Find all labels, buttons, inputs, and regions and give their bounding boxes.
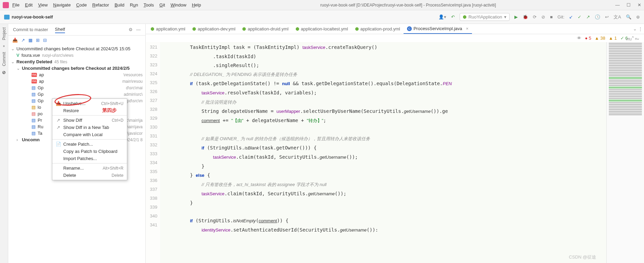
vue-icon: V: [16, 53, 19, 58]
menu-help[interactable]: Help: [192, 2, 201, 8]
search-anywhere-button[interactable]: 🔍: [626, 14, 631, 19]
cm-delete[interactable]: DeleteDelete: [52, 172, 127, 179]
warnings-count[interactable]: ▲ 38: [595, 36, 605, 41]
tab-application-druid[interactable]: ⬢application-druid.yml: [239, 24, 292, 34]
project-name-label: ruoyi-vue-book-self: [12, 14, 53, 19]
watermark: CSDN @征途: [569, 254, 596, 260]
project-tool-button[interactable]: Project: [2, 27, 6, 40]
tree-file[interactable]: YMLap\resources: [8, 71, 145, 78]
commit-panel: Commit to master Shelf ⚙ — 📥 ↗ ▦ ⊞ ⊟ ⌄Un…: [8, 24, 146, 263]
window-title: ruoyi-vue-book-self [D:\IDEAProject\ruoy…: [201, 3, 615, 8]
memory-indicator[interactable]: m₂×: [627, 36, 637, 41]
tree-file[interactable]: ▧Gpd\src\mai: [8, 84, 145, 91]
menu-code[interactable]: Code: [76, 2, 87, 8]
tree-file[interactable]: ▧Gpadmin\src\: [8, 91, 145, 97]
translate-icon[interactable]: 文A: [614, 14, 621, 20]
unshelve-icon: 📥: [56, 101, 61, 106]
project-tool-icon[interactable]: ▫: [3, 43, 5, 49]
profile-button[interactable]: ⊘: [541, 14, 545, 19]
menu-navigate[interactable]: Navigate: [53, 2, 70, 8]
java-icon: ▧: [31, 124, 36, 129]
js-icon: ▧: [31, 105, 36, 110]
menu-view[interactable]: View: [38, 2, 48, 8]
cm-create-patch[interactable]: 📄Create Patch...: [52, 141, 127, 148]
code-editor[interactable]: TaskEntityImpl task = (TaskEntityImpl) t…: [160, 42, 606, 263]
tab-processserviceimpl[interactable]: CProcessServiceImpl.java×: [404, 24, 472, 34]
code-minimap[interactable]: [606, 42, 644, 263]
weak-warnings-count[interactable]: ▲ 1: [609, 36, 617, 41]
commit-tool-icon[interactable]: ⊘: [2, 70, 6, 75]
tab-application-localtest[interactable]: ⬢application-localtest.yml: [292, 24, 352, 34]
tree-file-foura[interactable]: Vfoura.vue ruoyi-ui\src\views: [8, 52, 145, 58]
tab-application-prod[interactable]: ⬢application-prod.yml: [352, 24, 404, 34]
cm-unshelve[interactable]: 📥Unshelve...Ctrl+Shift+U: [52, 100, 127, 107]
cm-show-diff-tab[interactable]: ↗Show Diff in a New Tab: [52, 124, 127, 131]
stop-button[interactable]: ■: [550, 14, 553, 19]
commit-tool-button[interactable]: Commit: [2, 52, 6, 66]
title-bar: File Edit View Navigate Code Refactor Bu…: [0, 0, 644, 10]
editor-tabs: ⬢application.yml ⬢application-dev.yml ⬢a…: [146, 24, 644, 34]
java-icon: ▧: [31, 92, 36, 97]
cm-compare-local[interactable]: Compare with Local: [52, 131, 127, 138]
menu-refactor[interactable]: Refactor: [92, 2, 109, 8]
close-button[interactable]: ✕: [638, 2, 641, 8]
close-icon[interactable]: ×: [634, 36, 637, 41]
push-button[interactable]: ↗: [586, 14, 590, 19]
yml-icon: YML: [31, 79, 37, 83]
tree-node-recently-deleted[interactable]: ⌄Recently Deleted 45 files: [8, 58, 145, 65]
minimize-button[interactable]: —: [615, 2, 620, 8]
class-icon: C: [407, 26, 412, 31]
group-toolbar-button[interactable]: ▦: [28, 38, 32, 43]
cm-import-patches[interactable]: Import Patches...: [52, 155, 127, 162]
cm-copy-patch[interactable]: Copy as Patch to Clipboard: [52, 148, 127, 155]
annotation-text: 第四步: [102, 107, 117, 114]
menu-edit[interactable]: Edit: [25, 2, 32, 8]
history-button[interactable]: 🕓: [595, 14, 600, 19]
commit-button[interactable]: ✓: [578, 14, 581, 19]
spring-icon: ⬢: [150, 26, 154, 31]
update-button[interactable]: ↙: [569, 14, 573, 19]
yml-icon: YML: [31, 73, 37, 77]
chevron-down-icon: ▾: [504, 14, 507, 19]
menu-run[interactable]: Run: [130, 2, 138, 8]
commit-tab-shelf[interactable]: Shelf: [55, 26, 65, 33]
tab-application-yml[interactable]: ⬢application.yml: [147, 24, 189, 34]
run-button[interactable]: ▶: [514, 14, 518, 19]
reader-mode-icon[interactable]: 👁: [577, 36, 581, 41]
unshelve-toolbar-button[interactable]: 📥: [12, 38, 18, 43]
close-tab-icon[interactable]: ×: [466, 26, 469, 31]
spring-icon: ⬢: [192, 26, 196, 31]
cm-show-diff[interactable]: ↗Show DiffCtrl+D: [52, 117, 127, 124]
menu-tools[interactable]: Tools: [144, 2, 154, 8]
project-header[interactable]: ruoyi-vue-book-self: [4, 14, 53, 19]
cm-rename[interactable]: Rename...Alt+Shift+R: [52, 165, 127, 172]
user-icon[interactable]: 👤▾: [438, 14, 446, 19]
settings-button[interactable]: ⊕: [636, 14, 640, 19]
expand-toolbar-button[interactable]: ⊞: [36, 38, 40, 43]
gear-icon[interactable]: ⚙: [129, 27, 133, 32]
tree-node-uncommitted-root[interactable]: ⌄Uncommitted changes before Checkout at …: [8, 45, 145, 52]
run-configuration-dropdown[interactable]: ⬢ RuoYiApplication ▾: [460, 13, 510, 21]
rollback-button[interactable]: ↩: [605, 14, 609, 19]
app-icon: [3, 2, 9, 8]
tree-file[interactable]: YMLapmain\resou: [8, 78, 145, 84]
errors-count[interactable]: ● 5: [585, 36, 591, 41]
collapse-toolbar-button[interactable]: ⊟: [43, 38, 47, 43]
tab-application-dev[interactable]: ⬢application-dev.yml: [189, 24, 239, 34]
tabs-dropdown-icon[interactable]: ⌄ ⋮: [633, 26, 643, 31]
menu-window[interactable]: Window: [171, 2, 186, 8]
commit-tab-commit[interactable]: Commit to master: [13, 26, 48, 33]
maximize-button[interactable]: ☐: [627, 2, 631, 8]
hammer-icon[interactable]: ↶: [451, 14, 455, 19]
tree-node-uncommitted-nested[interactable]: ⌄Uncommitted changes before Checkout at …: [8, 65, 145, 71]
spring-icon: ⬢: [242, 26, 246, 31]
folder-icon: [4, 15, 10, 19]
debug-button[interactable]: 🐞: [523, 14, 528, 19]
diff-toolbar-button[interactable]: ↗: [21, 38, 25, 43]
coverage-button[interactable]: ⟳: [533, 14, 537, 19]
java-icon: ▧: [31, 85, 36, 90]
menu-file[interactable]: File: [12, 2, 19, 8]
menu-git[interactable]: Git: [159, 2, 165, 8]
menu-build[interactable]: Build: [115, 2, 124, 8]
hide-panel-button[interactable]: —: [136, 27, 141, 32]
